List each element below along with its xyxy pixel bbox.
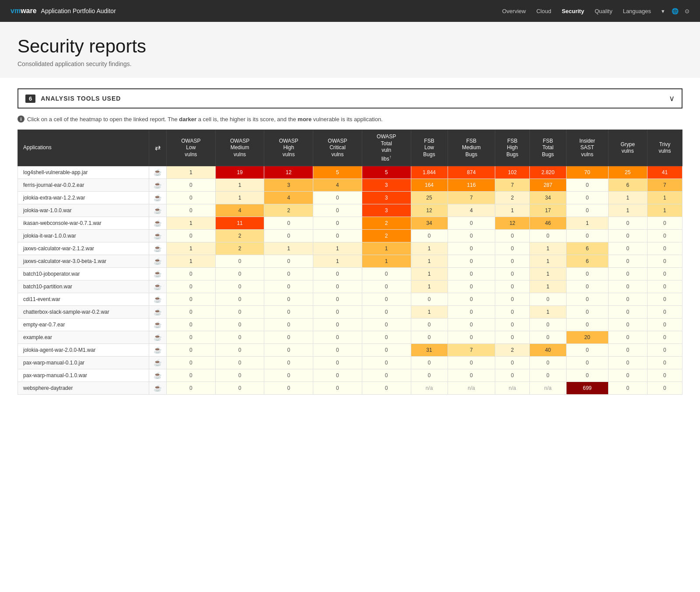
cell-owasp_med[interactable]: 0 bbox=[215, 280, 264, 293]
cell-owasp_total[interactable]: 2 bbox=[362, 217, 411, 230]
nav-security[interactable]: Security bbox=[562, 8, 584, 14]
cell-grype[interactable]: 0 bbox=[608, 293, 647, 306]
cell-owasp_crit[interactable]: 0 bbox=[313, 344, 362, 357]
cell-insider[interactable]: 20 bbox=[566, 331, 608, 344]
cell-fsb_total[interactable]: 34 bbox=[529, 192, 566, 204]
cell-owasp_crit[interactable]: 0 bbox=[313, 192, 362, 204]
app-name-cell[interactable]: jaxws-calculator-war-2.1.2.war bbox=[18, 242, 149, 255]
cell-fsb_low[interactable]: 0 bbox=[411, 357, 448, 369]
cell-owasp_med[interactable]: 11 bbox=[215, 217, 264, 230]
cell-owasp_high[interactable]: 4 bbox=[264, 192, 313, 204]
cell-owasp_high[interactable]: 12 bbox=[264, 166, 313, 179]
cell-insider[interactable]: 70 bbox=[566, 166, 608, 179]
cell-owasp_total[interactable]: 0 bbox=[362, 319, 411, 331]
cell-trivy[interactable]: 0 bbox=[647, 369, 682, 382]
cell-fsb_high[interactable]: 1 bbox=[495, 204, 530, 217]
cell-owasp_med[interactable]: 0 bbox=[215, 369, 264, 382]
cell-fsb_total[interactable]: 46 bbox=[529, 217, 566, 230]
cell-owasp_high[interactable]: 0 bbox=[264, 217, 313, 230]
cell-fsb_total[interactable]: 0 bbox=[529, 369, 566, 382]
cell-trivy[interactable]: 1 bbox=[647, 192, 682, 204]
cell-fsb_high[interactable]: 0 bbox=[495, 293, 530, 306]
cell-grype[interactable]: 0 bbox=[608, 242, 647, 255]
cell-fsb_med[interactable]: 7 bbox=[448, 192, 495, 204]
cell-grype[interactable]: 0 bbox=[608, 280, 647, 293]
cell-owasp_high[interactable]: 0 bbox=[264, 344, 313, 357]
cell-owasp_total[interactable]: 0 bbox=[362, 382, 411, 395]
cell-fsb_total[interactable]: 2.820 bbox=[529, 166, 566, 179]
cell-owasp_crit[interactable]: 0 bbox=[313, 331, 362, 344]
app-name-cell[interactable]: empty-ear-0.7.ear bbox=[18, 319, 149, 331]
cell-trivy[interactable]: 0 bbox=[647, 217, 682, 230]
app-name-cell[interactable]: ferris-journal-ear-0.0.2.ear bbox=[18, 179, 149, 192]
app-name-cell[interactable]: pax-warp-manual-0.1.0.jar bbox=[18, 357, 149, 369]
cell-fsb_low[interactable]: 31 bbox=[411, 344, 448, 357]
cell-owasp_low[interactable]: 0 bbox=[167, 306, 216, 319]
cell-owasp_total[interactable]: 3 bbox=[362, 204, 411, 217]
cell-owasp_med[interactable]: 4 bbox=[215, 204, 264, 217]
cell-owasp_high[interactable]: 0 bbox=[264, 293, 313, 306]
cell-fsb_low[interactable]: 1 bbox=[411, 268, 448, 280]
cell-fsb_med[interactable]: 0 bbox=[448, 369, 495, 382]
cell-insider[interactable]: 0 bbox=[566, 293, 608, 306]
cell-owasp_high[interactable]: 0 bbox=[264, 255, 313, 268]
cell-insider[interactable]: 1 bbox=[566, 217, 608, 230]
cell-fsb_high[interactable]: 0 bbox=[495, 268, 530, 280]
cell-owasp_crit[interactable]: 0 bbox=[313, 204, 362, 217]
cell-fsb_med[interactable]: 0 bbox=[448, 319, 495, 331]
nav-overview[interactable]: Overview bbox=[502, 8, 526, 14]
cell-owasp_crit[interactable]: 0 bbox=[313, 280, 362, 293]
cell-fsb_low[interactable]: 0 bbox=[411, 369, 448, 382]
cell-fsb_med[interactable]: 0 bbox=[448, 242, 495, 255]
cell-fsb_total[interactable]: 1 bbox=[529, 268, 566, 280]
cell-owasp_total[interactable]: 5 bbox=[362, 166, 411, 179]
cell-fsb_total[interactable]: 1 bbox=[529, 255, 566, 268]
cell-fsb_low[interactable]: n/a bbox=[411, 382, 448, 395]
app-name-cell[interactable]: jaxws-calculator-war-3.0-beta-1.war bbox=[18, 255, 149, 268]
cell-owasp_crit[interactable]: 0 bbox=[313, 382, 362, 395]
cell-owasp_low[interactable]: 0 bbox=[167, 344, 216, 357]
cell-owasp_total[interactable]: 0 bbox=[362, 357, 411, 369]
cell-insider[interactable]: 0 bbox=[566, 357, 608, 369]
cell-grype[interactable]: 0 bbox=[608, 382, 647, 395]
cell-fsb_total[interactable]: 0 bbox=[529, 293, 566, 306]
cell-trivy[interactable]: 0 bbox=[647, 319, 682, 331]
cell-owasp_low[interactable]: 1 bbox=[167, 242, 216, 255]
cell-owasp_total[interactable]: 0 bbox=[362, 293, 411, 306]
app-name-cell[interactable]: jolokia-it-war-1.0.0.war bbox=[18, 230, 149, 242]
cell-fsb_total[interactable]: 40 bbox=[529, 344, 566, 357]
cell-trivy[interactable]: 0 bbox=[647, 280, 682, 293]
cell-fsb_total[interactable]: 17 bbox=[529, 204, 566, 217]
cell-grype[interactable]: 1 bbox=[608, 204, 647, 217]
app-name-cell[interactable]: example.ear bbox=[18, 331, 149, 344]
cell-fsb_med[interactable]: 0 bbox=[448, 268, 495, 280]
cell-owasp_high[interactable]: 0 bbox=[264, 331, 313, 344]
cell-fsb_med[interactable]: 116 bbox=[448, 179, 495, 192]
nav-cloud[interactable]: Cloud bbox=[536, 8, 551, 14]
cell-owasp_low[interactable]: 1 bbox=[167, 217, 216, 230]
cell-trivy[interactable]: 0 bbox=[647, 255, 682, 268]
cell-owasp_crit[interactable]: 0 bbox=[313, 357, 362, 369]
cell-owasp_low[interactable]: 0 bbox=[167, 331, 216, 344]
cell-owasp_high[interactable]: 0 bbox=[264, 319, 313, 331]
cell-fsb_high[interactable]: 0 bbox=[495, 331, 530, 344]
cell-fsb_low[interactable]: 0 bbox=[411, 230, 448, 242]
app-name-cell[interactable]: jolokia-war-1.0.0.war bbox=[18, 204, 149, 217]
cell-fsb_total[interactable]: 0 bbox=[529, 319, 566, 331]
cell-owasp_total[interactable]: 2 bbox=[362, 230, 411, 242]
cell-fsb_high[interactable]: 7 bbox=[495, 179, 530, 192]
cell-owasp_crit[interactable]: 1 bbox=[313, 242, 362, 255]
cell-insider[interactable]: 0 bbox=[566, 280, 608, 293]
cell-owasp_med[interactable]: 0 bbox=[215, 293, 264, 306]
cell-fsb_total[interactable]: 0 bbox=[529, 357, 566, 369]
cell-fsb_high[interactable]: 0 bbox=[495, 357, 530, 369]
cell-owasp_med[interactable]: 0 bbox=[215, 319, 264, 331]
cell-owasp_low[interactable]: 0 bbox=[167, 280, 216, 293]
cell-owasp_crit[interactable]: 0 bbox=[313, 306, 362, 319]
cell-trivy[interactable]: 0 bbox=[647, 268, 682, 280]
cell-insider[interactable]: 6 bbox=[566, 242, 608, 255]
cell-grype[interactable]: 0 bbox=[608, 357, 647, 369]
cell-fsb_med[interactable]: 0 bbox=[448, 357, 495, 369]
cell-grype[interactable]: 6 bbox=[608, 179, 647, 192]
cell-owasp_med[interactable]: 0 bbox=[215, 344, 264, 357]
